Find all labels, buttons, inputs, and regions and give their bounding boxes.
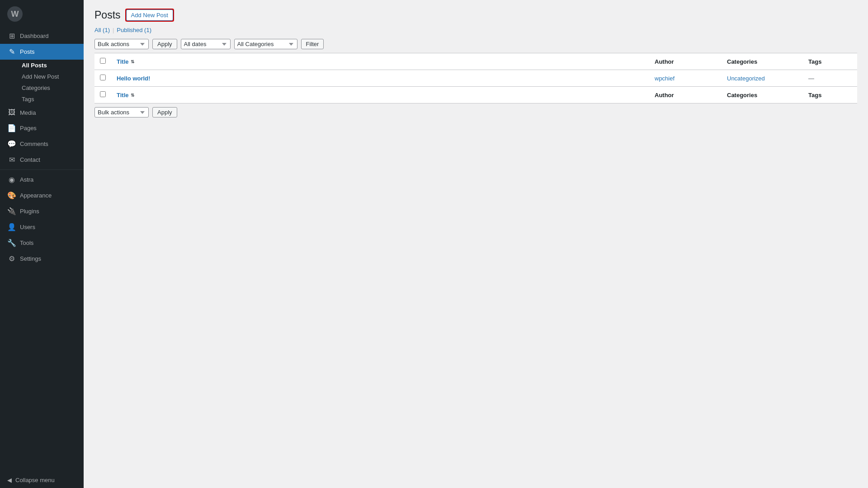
apply-button-bottom[interactable]: Apply bbox=[152, 107, 177, 117]
add-new-post-button[interactable]: Add New Post bbox=[126, 9, 173, 21]
submenu-categories[interactable]: Categories bbox=[0, 82, 84, 94]
sidebar-item-label: Dashboard bbox=[20, 33, 49, 39]
page-title: Posts bbox=[94, 9, 121, 21]
sidebar-item-label: Plugins bbox=[20, 208, 39, 215]
appearance-icon: 🎨 bbox=[7, 191, 16, 200]
posts-table: Title ⇅ Author Categories Tags Hello wor… bbox=[94, 53, 857, 103]
sidebar-item-contact[interactable]: ✉ Contact bbox=[0, 152, 84, 168]
row-checkbox-cell bbox=[94, 70, 111, 87]
select-all-checkbox-footer[interactable] bbox=[100, 91, 106, 97]
sidebar: W ⊞ Dashboard ✎ Posts All Posts Add New … bbox=[0, 0, 84, 488]
pages-icon: 📄 bbox=[7, 124, 16, 132]
tags-column-header: Tags bbox=[803, 53, 857, 70]
title-sort-link[interactable]: Title ⇅ bbox=[117, 58, 644, 65]
sidebar-item-label: Astra bbox=[20, 176, 33, 183]
astra-icon: ◉ bbox=[7, 175, 16, 184]
posts-submenu: All Posts Add New Post Categories Tags bbox=[0, 60, 84, 105]
toolbar-top: Bulk actions Apply All dates All Categor… bbox=[94, 39, 857, 49]
row-category-cell: Uncategorized bbox=[722, 70, 803, 87]
sidebar-item-appearance[interactable]: 🎨 Appearance bbox=[0, 188, 84, 203]
posts-tbody: Hello world! wpchief Uncategorized — bbox=[94, 70, 857, 87]
sidebar-item-plugins[interactable]: 🔌 Plugins bbox=[0, 203, 84, 219]
users-icon: 👤 bbox=[7, 223, 16, 231]
post-title-link[interactable]: Hello world! bbox=[117, 75, 150, 82]
table-row: Hello world! wpchief Uncategorized — bbox=[94, 70, 857, 87]
sidebar-item-dashboard[interactable]: ⊞ Dashboard bbox=[0, 28, 84, 44]
category-link[interactable]: Uncategorized bbox=[727, 75, 765, 82]
tags-value: — bbox=[808, 75, 814, 82]
row-title-cell: Hello world! bbox=[111, 70, 649, 87]
filter-separator: | bbox=[113, 27, 114, 33]
author-column-footer: Author bbox=[649, 87, 722, 103]
sidebar-item-label: Comments bbox=[20, 141, 48, 147]
sidebar-item-label: Appearance bbox=[20, 192, 52, 199]
collapse-menu-button[interactable]: ◀ Collapse menu bbox=[0, 472, 84, 488]
sidebar-item-label: Tools bbox=[20, 239, 33, 246]
title-sort-link-footer[interactable]: Title ⇅ bbox=[117, 92, 644, 99]
comments-icon: 💬 bbox=[7, 140, 16, 148]
sidebar-item-label: Media bbox=[20, 109, 36, 116]
select-all-footer bbox=[94, 87, 111, 103]
collapse-icon: ◀ bbox=[7, 477, 12, 483]
submenu-tags[interactable]: Tags bbox=[0, 94, 84, 105]
settings-icon: ⚙ bbox=[7, 254, 16, 263]
categories-column-header: Categories bbox=[722, 53, 803, 70]
filter-links: All (1) | Published (1) bbox=[94, 27, 857, 33]
select-all-header bbox=[94, 53, 111, 70]
dashboard-icon: ⊞ bbox=[7, 32, 16, 40]
row-author-cell: wpchief bbox=[649, 70, 722, 87]
apply-button-top[interactable]: Apply bbox=[152, 39, 177, 49]
bulk-actions-select-top[interactable]: Bulk actions bbox=[94, 39, 149, 49]
tools-icon: 🔧 bbox=[7, 239, 16, 247]
submenu-add-new-post[interactable]: Add New Post bbox=[0, 71, 84, 82]
sidebar-item-users[interactable]: 👤 Users bbox=[0, 219, 84, 235]
filter-published-link[interactable]: Published (1) bbox=[117, 27, 151, 33]
sidebar-item-settings[interactable]: ⚙ Settings bbox=[0, 251, 84, 267]
tags-column-footer: Tags bbox=[803, 87, 857, 103]
title-column-header: Title ⇅ bbox=[111, 53, 649, 70]
sidebar-item-label: Contact bbox=[20, 156, 40, 163]
media-icon: 🖼 bbox=[7, 108, 16, 117]
table-footer-row: Title ⇅ Author Categories Tags bbox=[94, 87, 857, 103]
contact-icon: ✉ bbox=[7, 155, 16, 164]
sidebar-item-media[interactable]: 🖼 Media bbox=[0, 105, 84, 120]
sidebar-logo: W bbox=[0, 0, 84, 28]
author-column-header: Author bbox=[649, 53, 722, 70]
posts-icon: ✎ bbox=[7, 47, 16, 56]
author-link[interactable]: wpchief bbox=[655, 75, 675, 82]
category-filter-select[interactable]: All Categories bbox=[234, 39, 297, 49]
submenu-all-posts[interactable]: All Posts bbox=[0, 60, 84, 71]
select-all-checkbox[interactable] bbox=[100, 58, 106, 64]
filter-all-link[interactable]: All (1) bbox=[94, 27, 110, 33]
toolbar-bottom: Bulk actions Apply bbox=[94, 107, 857, 117]
sidebar-item-label: Settings bbox=[20, 255, 41, 262]
bulk-actions-select-bottom[interactable]: Bulk actions bbox=[94, 107, 149, 117]
page-header: Posts Add New Post bbox=[94, 9, 857, 21]
sidebar-item-tools[interactable]: 🔧 Tools bbox=[0, 235, 84, 251]
filter-button[interactable]: Filter bbox=[301, 39, 324, 49]
title-column-footer: Title ⇅ bbox=[111, 87, 649, 103]
wp-icon: W bbox=[7, 6, 23, 22]
plugins-icon: 🔌 bbox=[7, 207, 16, 216]
sidebar-item-astra[interactable]: ◉ Astra bbox=[0, 172, 84, 188]
row-tags-cell: — bbox=[803, 70, 857, 87]
row-checkbox[interactable] bbox=[100, 75, 106, 80]
categories-column-footer: Categories bbox=[722, 87, 803, 103]
sidebar-item-posts[interactable]: ✎ Posts bbox=[0, 44, 84, 60]
sort-icon-footer: ⇅ bbox=[131, 93, 134, 98]
sidebar-item-comments[interactable]: 💬 Comments bbox=[0, 136, 84, 152]
date-filter-select[interactable]: All dates bbox=[181, 39, 231, 49]
sidebar-divider bbox=[0, 169, 84, 170]
sidebar-item-label: Pages bbox=[20, 125, 37, 131]
sidebar-item-pages[interactable]: 📄 Pages bbox=[0, 120, 84, 136]
collapse-label: Collapse menu bbox=[15, 477, 55, 483]
sort-icon: ⇅ bbox=[131, 59, 134, 64]
table-header-row: Title ⇅ Author Categories Tags bbox=[94, 53, 857, 70]
sidebar-item-label: Posts bbox=[20, 48, 35, 55]
main-content: Posts Add New Post All (1) | Published (… bbox=[84, 0, 868, 488]
sidebar-item-label: Users bbox=[20, 224, 35, 230]
